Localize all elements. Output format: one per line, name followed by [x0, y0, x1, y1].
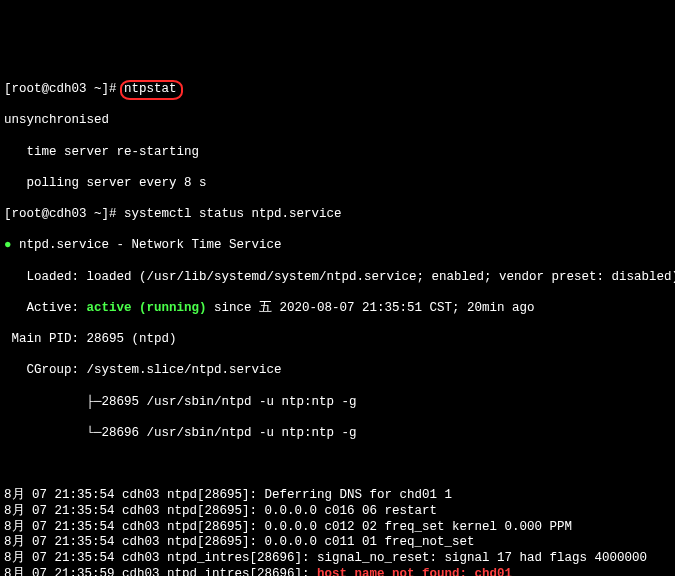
terminal-output: [root@cdh03 ~]# ntpstat unsynchronised t…	[4, 67, 671, 577]
active-line: Active: active (running) since 五 2020-08…	[4, 301, 671, 317]
active-state: active (running)	[87, 301, 207, 315]
log-error: host name not found: chd01	[317, 567, 512, 577]
prompt-line-1[interactable]: [root@cdh03 ~]# ntpstat	[4, 82, 671, 98]
cgroup-line: CGroup: /system.slice/ntpd.service	[4, 363, 671, 379]
log-line: 8月 07 21:35:54 cdh03 ntpd_intres[28696]:…	[4, 551, 671, 567]
log-line: 8月 07 21:35:54 cdh03 ntpd[28695]: 0.0.0.…	[4, 520, 671, 536]
log-line: 8月 07 21:35:54 cdh03 ntpd[28695]: 0.0.0.…	[4, 504, 671, 520]
log-line: 8月 07 21:35:54 cdh03 ntpd[28695]: 0.0.0.…	[4, 535, 671, 551]
service-title-line: ● ntpd.service - Network Time Service	[4, 238, 671, 254]
loaded-line: Loaded: loaded (/usr/lib/systemd/system/…	[4, 270, 671, 286]
command-text: ntpstat	[124, 82, 177, 96]
output-line: unsynchronised	[4, 113, 671, 129]
output-line: time server re-starting	[4, 145, 671, 161]
status-dot-icon: ●	[4, 238, 19, 252]
prompt-text: [root@cdh03 ~]#	[4, 207, 124, 221]
active-label: Active:	[4, 301, 87, 315]
mainpid-line: Main PID: 28695 (ntpd)	[4, 332, 671, 348]
prompt-line-2[interactable]: [root@cdh03 ~]# systemctl status ntpd.se…	[4, 207, 671, 223]
prompt-text: [root@cdh03 ~]#	[4, 82, 124, 96]
cgroup-tree-line: └─28696 /usr/sbin/ntpd -u ntp:ntp -g	[4, 426, 671, 442]
highlight-ntpstat: ntpstat	[124, 82, 177, 98]
output-line: polling server every 8 s	[4, 176, 671, 192]
log-block-1: 8月 07 21:35:54 cdh03 ntpd[28695]: Deferr…	[4, 488, 671, 576]
blank-line	[4, 457, 671, 473]
log-line: 8月 07 21:35:54 cdh03 ntpd[28695]: Deferr…	[4, 488, 671, 504]
service-title: ntpd.service - Network Time Service	[19, 238, 282, 252]
log-prefix: 8月 07 21:35:59 cdh03 ntpd_intres[28696]:	[4, 567, 317, 577]
cgroup-tree-line: ├─28695 /usr/sbin/ntpd -u ntp:ntp -g	[4, 395, 671, 411]
command-text: systemctl status ntpd.service	[124, 207, 342, 221]
log-line: 8月 07 21:35:59 cdh03 ntpd_intres[28696]:…	[4, 567, 671, 577]
active-suffix: since 五 2020-08-07 21:35:51 CST; 20min a…	[207, 301, 535, 315]
